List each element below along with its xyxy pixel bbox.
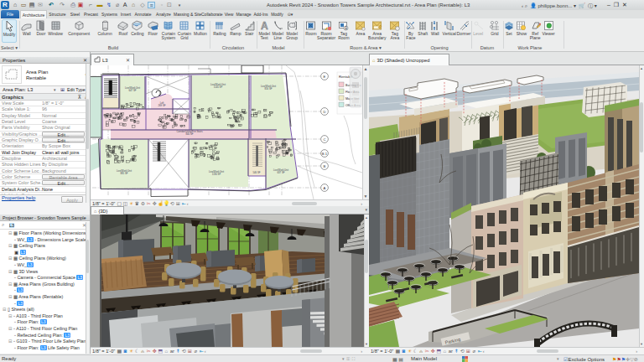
svg-text:B.1: B.1 [322,152,328,156]
svg-text:546 SF: 546 SF [252,171,260,174]
svg-text:E: E [324,75,326,79]
svg-text:B: B [324,164,326,168]
svg-text:C: C [323,137,325,142]
svg-text:269 SF: 269 SF [158,104,165,107]
svg-text:840 SF: 840 SF [185,132,193,136]
svg-text:816 SF: 816 SF [264,87,272,90]
svg-text:647 SF: 647 SF [128,89,136,92]
svg-text:637 SF: 637 SF [277,171,284,174]
svg-text:1: 1 [345,25,348,30]
svg-text:D: D [323,110,325,114]
svg-text:1190 SF: 1190 SF [212,173,221,176]
svg-text:1145 SF: 1145 SF [214,85,223,89]
svg-text:885 SF: 885 SF [120,172,127,175]
svg-text:A: A [324,186,326,190]
